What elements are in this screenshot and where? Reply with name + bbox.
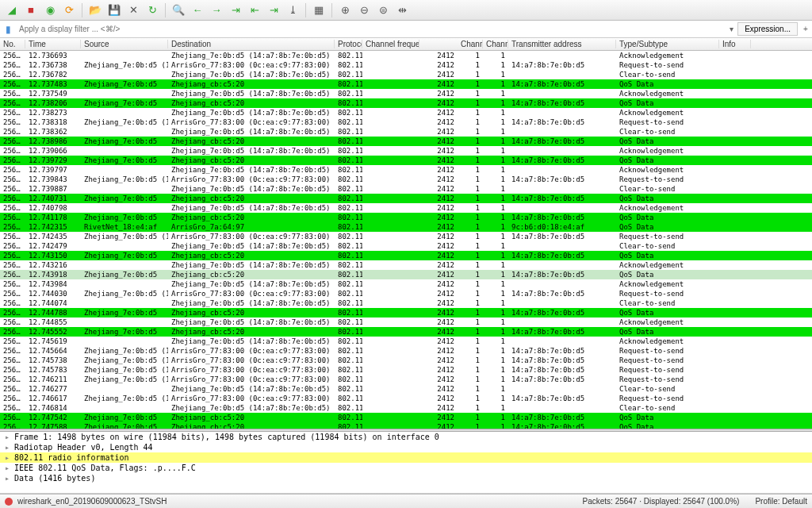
- table-row[interactable]: 256…12.745738Zhejiang_7e:0b:d5 (1…ArrisG…: [0, 356, 812, 365]
- status-file: wireshark_en0_20190609000623_TStvSH: [17, 497, 167, 506]
- col-destination: Destination: [168, 40, 335, 48]
- table-row[interactable]: 256…12.740798Zhejiang_7e:0b:d5 (14:a7:8b…: [0, 203, 812, 213]
- filter-bar: ▮ ▾ Expression... +: [0, 21, 812, 38]
- expert-info-icon[interactable]: [5, 498, 13, 506]
- prev-packet-icon[interactable]: ←: [189, 2, 206, 18]
- detail-radiotap[interactable]: Radiotap Header v0, Length 44: [0, 442, 812, 452]
- detail-data[interactable]: Data (1416 bytes): [0, 473, 812, 483]
- col-time: Time: [25, 40, 81, 48]
- table-row[interactable]: 256…12.743150Zhejiang_7e:0b:d5Zhejiang_c…: [0, 251, 812, 260]
- filter-dropdown-icon[interactable]: ▾: [725, 25, 737, 33]
- save-file-icon[interactable]: 💾: [105, 2, 123, 18]
- status-packets: Packets: 25647 · Displayed: 25647 (100.0…: [583, 497, 740, 506]
- table-row[interactable]: 256…12.737549Zhejiang_7e:0b:d5 (14:a7:8b…: [0, 89, 812, 98]
- filter-add-icon[interactable]: +: [799, 25, 812, 33]
- status-profile[interactable]: Profile: Default: [755, 497, 807, 506]
- col-type: Type/Subtype: [616, 40, 719, 48]
- reload-icon[interactable]: ↻: [144, 2, 161, 18]
- stop-capture-icon[interactable]: ■: [22, 2, 40, 18]
- table-row[interactable]: 256…12.743216Zhejiang_7e:0b:d5 (14:a7:8b…: [0, 260, 812, 270]
- start-capture-icon[interactable]: ◉: [41, 2, 59, 18]
- colorize-icon[interactable]: ▦: [310, 2, 327, 18]
- first-packet-icon[interactable]: ⇤: [246, 2, 263, 18]
- bookmark-icon[interactable]: ▮: [0, 24, 16, 35]
- table-row[interactable]: 256…12.736693Zhejiang_7e:0b:d5 (14:a7:8b…: [0, 51, 812, 60]
- packet-list-header[interactable]: No. Time Source Destination Protocol Cha…: [0, 38, 812, 51]
- close-file-icon[interactable]: ✕: [124, 2, 142, 18]
- restart-capture-icon[interactable]: ⟳: [60, 2, 78, 18]
- col-no: No.: [0, 40, 25, 48]
- col-protocol: Protocol: [335, 40, 362, 48]
- col-chan-freq: Channel frequency: [362, 40, 419, 48]
- table-row[interactable]: 256…12.739797Zhejiang_7e:0b:d5 (14:a7:8b…: [0, 165, 812, 175]
- table-row[interactable]: 256…12.746814Zhejiang_7e:0b:d5 (14:a7:8b…: [0, 403, 812, 413]
- table-row[interactable]: 256…12.739066Zhejiang_7e:0b:d5 (14:a7:8b…: [0, 146, 812, 156]
- table-row[interactable]: 256…12.743918Zhejiang_7e:0b:d5Zhejiang_c…: [0, 270, 812, 279]
- table-row[interactable]: 256…12.738206Zhejiang_7e:0b:d5Zhejiang_c…: [0, 98, 812, 108]
- interfaces-icon[interactable]: ◢: [3, 2, 21, 18]
- table-row[interactable]: 256…12.742315RivetNet_18:e4:afArrisGro_7…: [0, 222, 812, 232]
- table-row[interactable]: 256…12.745664Zhejiang_7e:0b:d5 (1…ArrisG…: [0, 346, 812, 356]
- table-row[interactable]: 256…12.742479Zhejiang_7e:0b:d5 (14:a7:8b…: [0, 241, 812, 251]
- table-row[interactable]: 256…12.736738Zhejiang_7e:0b:d5 (1…ArrisG…: [0, 60, 812, 70]
- zoom-in-icon[interactable]: ⊕: [336, 2, 354, 18]
- table-row[interactable]: 256…12.740731Zhejiang_7e:0b:d5Zhejiang_c…: [0, 194, 812, 203]
- table-row[interactable]: 256…12.737483Zhejiang_7e:0b:d5Zhejiang_c…: [0, 79, 812, 89]
- packet-list[interactable]: 256…12.736693Zhejiang_7e:0b:d5 (14:a7:8b…: [0, 51, 812, 429]
- last-packet-icon[interactable]: ⇥: [265, 2, 282, 18]
- col-info: Info: [719, 40, 751, 48]
- expression-button[interactable]: Expression...: [737, 22, 798, 36]
- table-row[interactable]: 256…12.742435Zhejiang_7e:0b:d5 (1…ArrisG…: [0, 232, 812, 241]
- table-row[interactable]: 256…12.741178Zhejiang_7e:0b:d5Zhejiang_c…: [0, 213, 812, 222]
- packet-details[interactable]: Frame 1: 1498 bytes on wire (11984 bits)…: [0, 432, 812, 494]
- zoom-out-icon[interactable]: ⊖: [355, 2, 373, 18]
- table-row[interactable]: 256…12.736782Zhejiang_7e:0b:d5 (14:a7:8b…: [0, 70, 812, 79]
- main-toolbar: ◢ ■ ◉ ⟳ 📂 💾 ✕ ↻ 🔍 ← → ⇥ ⇤ ⇥ ⤓ ▦ ⊕ ⊖ ⊜ ⇹: [0, 0, 812, 21]
- next-packet-icon[interactable]: →: [208, 2, 225, 18]
- table-row[interactable]: 256…12.739843Zhejiang_7e:0b:d5 (1…ArrisG…: [0, 175, 812, 184]
- auto-scroll-icon[interactable]: ⤓: [284, 2, 301, 18]
- table-row[interactable]: 256…12.744855Zhejiang_7e:0b:d5 (14:a7:8b…: [0, 318, 812, 327]
- detail-ieee[interactable]: IEEE 802.11 QoS Data, Flags: .p....F.C: [0, 463, 812, 473]
- col-chan1: Channe: [458, 40, 483, 48]
- resize-columns-icon[interactable]: ⇹: [393, 2, 411, 18]
- table-row[interactable]: 256…12.738362Zhejiang_7e:0b:d5 (14:a7:8b…: [0, 127, 812, 137]
- table-row[interactable]: 256…12.744074Zhejiang_7e:0b:d5 (14:a7:8b…: [0, 298, 812, 308]
- table-row[interactable]: 256…12.747542Zhejiang_7e:0b:d5Zhejiang_c…: [0, 413, 812, 422]
- detail-frame[interactable]: Frame 1: 1498 bytes on wire (11984 bits)…: [0, 432, 812, 442]
- table-row[interactable]: 256…12.738986Zhejiang_7e:0b:d5Zhejiang_c…: [0, 137, 812, 146]
- table-row[interactable]: 256…12.746277Zhejiang_7e:0b:d5 (14:a7:8b…: [0, 384, 812, 394]
- col-source: Source: [81, 40, 168, 48]
- col-chan2: Channe: [483, 40, 508, 48]
- goto-packet-icon[interactable]: ⇥: [227, 2, 244, 18]
- table-row[interactable]: 256…12.745552Zhejiang_7e:0b:d5Zhejiang_c…: [0, 327, 812, 337]
- display-filter-input[interactable]: [16, 23, 725, 35]
- table-row[interactable]: 256…12.743984Zhejiang_7e:0b:d5 (14:a7:8b…: [0, 279, 812, 289]
- table-row[interactable]: 256…12.745783Zhejiang_7e:0b:d5 (1…ArrisG…: [0, 365, 812, 375]
- table-row[interactable]: 256…12.746617Zhejiang_7e:0b:d5 (1…ArrisG…: [0, 394, 812, 403]
- table-row[interactable]: 256…12.744030Zhejiang_7e:0b:d5 (1…ArrisG…: [0, 289, 812, 298]
- table-row[interactable]: 256…12.738273Zhejiang_7e:0b:d5 (14:a7:8b…: [0, 108, 812, 117]
- col-tx-addr: Transmitter address: [508, 40, 616, 48]
- table-row[interactable]: 256…12.738318Zhejiang_7e:0b:d5 (1…ArrisG…: [0, 117, 812, 127]
- table-row[interactable]: 256…12.744788Zhejiang_7e:0b:d5Zhejiang_c…: [0, 308, 812, 318]
- open-file-icon[interactable]: 📂: [86, 2, 104, 18]
- zoom-reset-icon[interactable]: ⊜: [374, 2, 392, 18]
- table-row[interactable]: 256…12.745619Zhejiang_7e:0b:d5 (14:a7:8b…: [0, 337, 812, 346]
- table-row[interactable]: 256…12.746211Zhejiang_7e:0b:d5 (1…ArrisG…: [0, 375, 812, 384]
- status-bar: wireshark_en0_20190609000623_TStvSH Pack…: [0, 494, 812, 508]
- table-row[interactable]: 256…12.739887Zhejiang_7e:0b:d5 (14:a7:8b…: [0, 184, 812, 194]
- table-row[interactable]: 256…12.739729Zhejiang_7e:0b:d5Zhejiang_c…: [0, 156, 812, 165]
- table-row[interactable]: 256…12.747588Zhejiang_7e:0b:d5Zhejiang_c…: [0, 422, 812, 429]
- find-icon[interactable]: 🔍: [170, 2, 187, 18]
- detail-radio-info[interactable]: 802.11 radio information: [0, 452, 812, 463]
